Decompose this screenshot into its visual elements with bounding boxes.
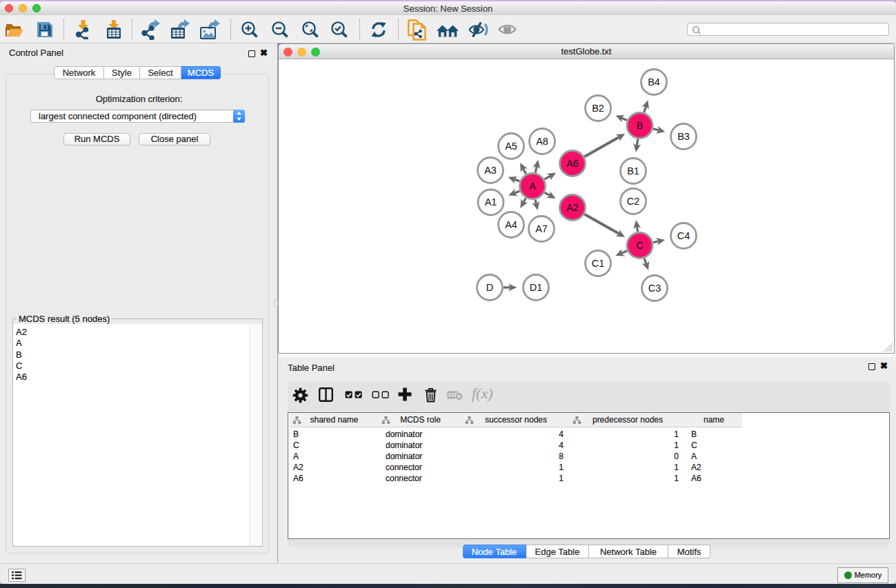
- svg-text:A1: A1: [485, 196, 497, 207]
- svg-text:B1: B1: [627, 165, 639, 176]
- svg-text:B4: B4: [648, 77, 660, 88]
- svg-text:B3: B3: [677, 131, 690, 142]
- svg-text:C3: C3: [648, 283, 661, 294]
- svg-text:B: B: [637, 120, 644, 131]
- svg-text:A: A: [529, 181, 536, 192]
- svg-text:A6: A6: [566, 158, 579, 169]
- svg-text:C1: C1: [592, 258, 605, 269]
- svg-text:C2: C2: [627, 196, 640, 207]
- svg-text:A7: A7: [535, 223, 548, 234]
- svg-text:A2: A2: [566, 202, 579, 213]
- svg-text:A8: A8: [536, 136, 548, 147]
- svg-text:A3: A3: [484, 165, 497, 176]
- svg-text:A4: A4: [505, 219, 517, 230]
- svg-text:A5: A5: [505, 141, 517, 152]
- svg-text:C: C: [636, 240, 643, 251]
- svg-text:D: D: [486, 282, 493, 293]
- svg-text:C4: C4: [677, 230, 690, 241]
- svg-text:D1: D1: [530, 282, 543, 293]
- svg-text:B2: B2: [592, 103, 604, 114]
